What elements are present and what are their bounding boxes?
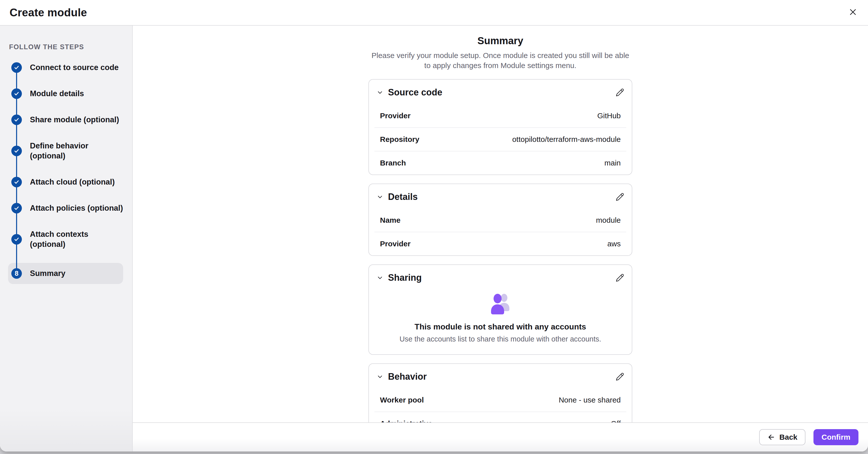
back-button[interactable]: Back [759, 429, 805, 445]
row-value: module [596, 216, 621, 224]
row-label: Repository [380, 135, 420, 143]
main-pane: Summary Please verify your module setup.… [133, 26, 868, 452]
check-icon [11, 234, 22, 245]
sidebar-item-share-module[interactable]: Share module (optional) [11, 112, 132, 127]
edit-icon[interactable] [616, 193, 624, 201]
check-icon [11, 203, 22, 214]
confirm-button[interactable]: Confirm [813, 429, 859, 445]
sidebar-item-module-details[interactable]: Module details [11, 86, 132, 101]
summary-row: Worker pool None - use shared [374, 388, 626, 412]
chevron-down-icon[interactable] [376, 373, 383, 380]
step-label: Attach cloud (optional) [30, 177, 115, 187]
section-title: Details [388, 192, 418, 202]
check-icon [11, 177, 22, 187]
row-value: GitHub [597, 112, 621, 120]
check-icon [11, 62, 22, 73]
section-source-code: Source code Provider GitHub Repository o… [368, 79, 632, 175]
sharing-empty-title: This module is not shared with any accou… [374, 322, 626, 331]
edit-icon[interactable] [616, 273, 624, 282]
row-value: ottopilotto/terraform-aws-module [512, 135, 621, 143]
step-label: Module details [30, 89, 84, 99]
sidebar-item-attach-cloud[interactable]: Attach cloud (optional) [11, 174, 132, 190]
steps-list: Connect to source code Module details Sh… [0, 60, 132, 284]
close-button[interactable] [847, 7, 859, 18]
page-subtitle: Please verify your module setup. Once mo… [368, 51, 633, 71]
section-title: Sharing [388, 272, 422, 283]
row-label: Worker pool [380, 396, 424, 404]
sidebar-item-attach-policies[interactable]: Attach policies (optional) [11, 201, 132, 216]
sharing-empty-state: This module is not shared with any accou… [374, 290, 626, 354]
back-button-label: Back [779, 433, 797, 442]
check-icon [11, 145, 22, 156]
arrow-left-icon [767, 433, 775, 441]
step-label: Connect to source code [30, 63, 119, 72]
check-icon [11, 88, 22, 99]
dialog-header: Create module [0, 0, 868, 26]
row-label: Administrative [380, 420, 432, 422]
check-icon [11, 115, 22, 125]
sidebar-item-define-behavior[interactable]: Define behavior (optional) [11, 138, 132, 163]
row-value: aws [608, 240, 621, 248]
summary-row: Administrative Off [374, 412, 626, 422]
step-label: Summary [30, 268, 65, 279]
summary-row: Name module [374, 209, 626, 232]
section-sharing: Sharing [368, 264, 632, 355]
edit-icon[interactable] [616, 88, 624, 97]
chevron-down-icon[interactable] [376, 89, 383, 96]
summary-content: Summary Please verify your module setup.… [133, 26, 868, 422]
sidebar-item-attach-contexts[interactable]: Attach contexts (optional) [11, 227, 132, 252]
row-label: Provider [380, 112, 411, 120]
sidebar-item-summary[interactable]: 8 Summary [8, 263, 123, 284]
chevron-down-icon[interactable] [376, 193, 383, 200]
row-label: Branch [380, 159, 406, 167]
sharing-empty-subtitle: Use the accounts list to share this modu… [374, 335, 626, 343]
step-label: Attach policies (optional) [30, 203, 123, 213]
summary-row: Provider GitHub [374, 104, 626, 127]
step-label: Share module (optional) [30, 115, 119, 125]
sidebar-item-connect-to-source-code[interactable]: Connect to source code [11, 60, 132, 75]
section-title: Behavior [388, 371, 427, 382]
page-title: Summary [133, 35, 868, 46]
step-number-badge: 8 [11, 268, 22, 279]
dialog-title: Create module [9, 6, 87, 19]
users-icon [488, 291, 513, 317]
summary-row: Repository ottopilotto/terraform-aws-mod… [374, 127, 626, 151]
steps-heading: FOLLOW THE STEPS [0, 26, 132, 51]
dialog-footer: Back Confirm [133, 422, 868, 452]
section-details: Details Name module Provider aws [368, 184, 632, 256]
summary-row: Provider aws [374, 232, 626, 255]
edit-icon[interactable] [616, 372, 624, 381]
confirm-button-label: Confirm [822, 433, 850, 442]
section-behavior: Behavior Worker pool None - use shared A… [368, 363, 632, 422]
summary-row: Branch main [374, 151, 626, 174]
row-value: main [604, 159, 621, 167]
row-value: None - use shared [559, 396, 621, 404]
steps-sidebar: FOLLOW THE STEPS Connect to source code … [0, 26, 133, 452]
chevron-down-icon[interactable] [376, 274, 383, 281]
row-value: Off [611, 420, 621, 422]
create-module-dialog: Create module FOLLOW THE STEPS Connect t… [0, 0, 868, 452]
step-label: Attach contexts (optional) [30, 229, 105, 249]
close-icon [848, 7, 858, 18]
step-label: Define behavior (optional) [30, 141, 105, 161]
section-title: Source code [388, 87, 442, 98]
row-label: Name [380, 216, 401, 224]
row-label: Provider [380, 240, 411, 248]
